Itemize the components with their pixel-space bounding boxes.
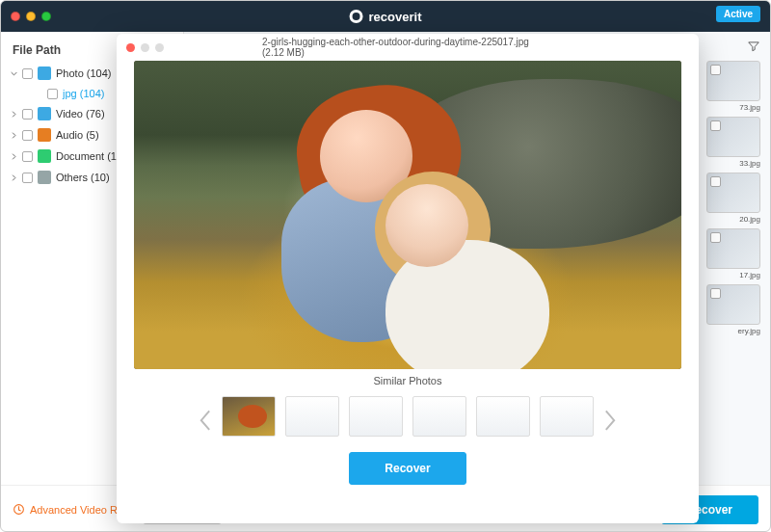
advanced-video-recovery-link[interactable]: Advanced Video Rec bbox=[13, 503, 129, 516]
list-item[interactable]: 33.jpg bbox=[706, 117, 760, 168]
similar-thumb[interactable] bbox=[476, 396, 530, 437]
preview-image bbox=[134, 61, 681, 369]
photo-icon bbox=[38, 66, 51, 80]
tree-label: Audio (5) bbox=[56, 129, 99, 141]
close-icon[interactable] bbox=[11, 12, 20, 21]
checkbox[interactable] bbox=[22, 68, 33, 79]
modal-header: 2-girls-hugging-each-other-outdoor-durin… bbox=[117, 34, 699, 61]
tree-label: Others (10) bbox=[56, 172, 110, 183]
minimize-icon[interactable] bbox=[26, 12, 36, 21]
others-icon bbox=[38, 171, 51, 184]
active-badge[interactable]: Active bbox=[716, 6, 760, 22]
audio-icon bbox=[38, 128, 51, 142]
tree-label: Photo (104) bbox=[56, 67, 111, 79]
chevron-right-icon[interactable] bbox=[11, 111, 17, 118]
tree-label: Document (10) bbox=[56, 150, 126, 162]
list-item[interactable]: 20.jpg bbox=[706, 173, 760, 224]
list-item[interactable]: 17.jpg bbox=[706, 228, 760, 279]
tree-label: Video (76) bbox=[56, 108, 105, 120]
tree-label: jpg (104) bbox=[63, 88, 104, 99]
list-item[interactable]: 73.jpg bbox=[706, 61, 760, 112]
maximize-icon[interactable] bbox=[41, 12, 51, 21]
window-controls bbox=[11, 12, 51, 21]
brand: recoverit bbox=[350, 10, 422, 24]
chevron-left-icon[interactable] bbox=[199, 410, 212, 423]
similar-thumb[interactable] bbox=[540, 396, 594, 437]
video-icon bbox=[38, 107, 51, 120]
checkbox[interactable] bbox=[22, 151, 33, 162]
minimize-icon[interactable] bbox=[141, 43, 149, 52]
titlebar: recoverit Active bbox=[1, 1, 770, 32]
brand-text: recoverit bbox=[369, 10, 422, 24]
filter-icon[interactable] bbox=[747, 40, 760, 57]
similar-thumb[interactable] bbox=[285, 396, 339, 437]
close-icon[interactable] bbox=[126, 43, 135, 52]
document-icon bbox=[38, 149, 51, 163]
checkbox[interactable] bbox=[22, 130, 33, 141]
chevron-right-icon[interactable] bbox=[11, 132, 17, 139]
maximize-icon[interactable] bbox=[155, 43, 164, 52]
thumbnail-column: 73.jpg 33.jpg 20.jpg 17.jpg ery.jpg bbox=[706, 61, 760, 335]
chevron-down-icon[interactable] bbox=[11, 70, 17, 77]
chevron-right-icon[interactable] bbox=[11, 174, 17, 181]
modal-title: 2-girls-hugging-each-other-outdoor-durin… bbox=[262, 37, 553, 58]
checkbox[interactable] bbox=[47, 89, 58, 99]
similar-thumb[interactable] bbox=[222, 396, 276, 437]
checkbox[interactable] bbox=[22, 109, 33, 120]
similar-photos-label: Similar Photos bbox=[134, 369, 681, 390]
chevron-right-icon[interactable] bbox=[603, 410, 617, 423]
similar-photos-strip bbox=[134, 390, 681, 442]
similar-thumb[interactable] bbox=[349, 396, 403, 437]
modal-recover-button[interactable]: Recover bbox=[349, 452, 465, 485]
brand-logo-icon bbox=[350, 10, 363, 23]
list-item[interactable]: ery.jpg bbox=[706, 284, 760, 335]
chevron-right-icon[interactable] bbox=[11, 153, 17, 160]
preview-modal: 2-girls-hugging-each-other-outdoor-durin… bbox=[117, 34, 699, 523]
similar-thumb[interactable] bbox=[412, 396, 466, 437]
checkbox[interactable] bbox=[22, 173, 33, 183]
